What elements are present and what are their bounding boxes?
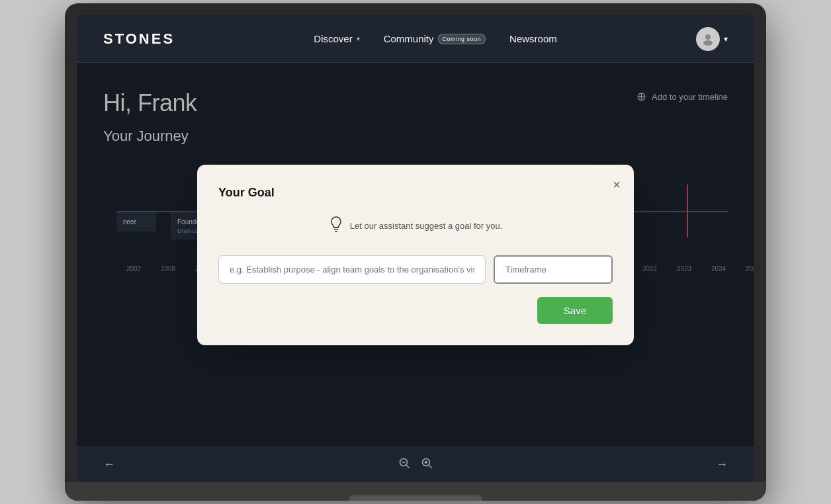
svg-line-6 bbox=[429, 466, 432, 468]
timeframe-input[interactable] bbox=[494, 255, 613, 284]
modal-overlay: Your Goal × Let our assistant suggest a … bbox=[77, 63, 754, 446]
discover-nav[interactable]: Discover ▾ bbox=[314, 33, 359, 44]
lightbulb-icon bbox=[329, 216, 343, 237]
logo: STONES bbox=[103, 30, 175, 48]
zoom-controls bbox=[398, 457, 433, 472]
timeline-bottom-nav: ← → bbox=[77, 446, 754, 482]
laptop-screen: STONES Discover ▾ Community Coming soon … bbox=[77, 15, 754, 482]
goal-input[interactable] bbox=[218, 255, 486, 284]
modal-hint: Let our assistant suggest a goal for you… bbox=[218, 216, 613, 237]
modal-title: Your Goal bbox=[218, 186, 613, 200]
laptop-base bbox=[65, 482, 766, 501]
timeline-left-arrow[interactable]: ← bbox=[103, 458, 115, 472]
community-nav[interactable]: Community Coming soon bbox=[384, 33, 486, 44]
modal-actions: Save bbox=[218, 297, 613, 324]
newsroom-nav[interactable]: Newsroom bbox=[509, 33, 557, 44]
modal-hint-text: Let our assistant suggest a goal for you… bbox=[350, 221, 503, 231]
svg-point-0 bbox=[705, 34, 711, 40]
coming-soon-badge: Coming soon bbox=[438, 34, 486, 44]
save-button[interactable]: Save bbox=[537, 297, 613, 324]
user-chevron: ▾ bbox=[724, 34, 728, 44]
main-content: Hi, Frank Your Journey ⊕ Add to your tim… bbox=[77, 63, 754, 446]
svg-line-3 bbox=[407, 466, 410, 468]
timeline-right-arrow[interactable]: → bbox=[716, 458, 728, 472]
laptop-frame: STONES Discover ▾ Community Coming soon … bbox=[65, 3, 766, 501]
newsroom-label: Newsroom bbox=[509, 33, 557, 44]
navbar: STONES Discover ▾ Community Coming soon … bbox=[77, 15, 754, 63]
svg-point-1 bbox=[703, 40, 713, 46]
community-label: Community bbox=[384, 33, 434, 44]
modal-close-button[interactable]: × bbox=[613, 178, 621, 191]
avatar bbox=[696, 27, 720, 51]
discover-label: Discover bbox=[314, 33, 352, 44]
modal-inputs bbox=[218, 255, 613, 284]
nav-links: Discover ▾ Community Coming soon Newsroo… bbox=[314, 33, 556, 44]
zoom-out-button[interactable] bbox=[398, 457, 410, 472]
zoom-in-button[interactable] bbox=[421, 457, 433, 472]
user-menu[interactable]: ▾ bbox=[696, 27, 728, 51]
discover-chevron: ▾ bbox=[357, 35, 360, 42]
goal-modal: Your Goal × Let our assistant suggest a … bbox=[197, 165, 634, 345]
